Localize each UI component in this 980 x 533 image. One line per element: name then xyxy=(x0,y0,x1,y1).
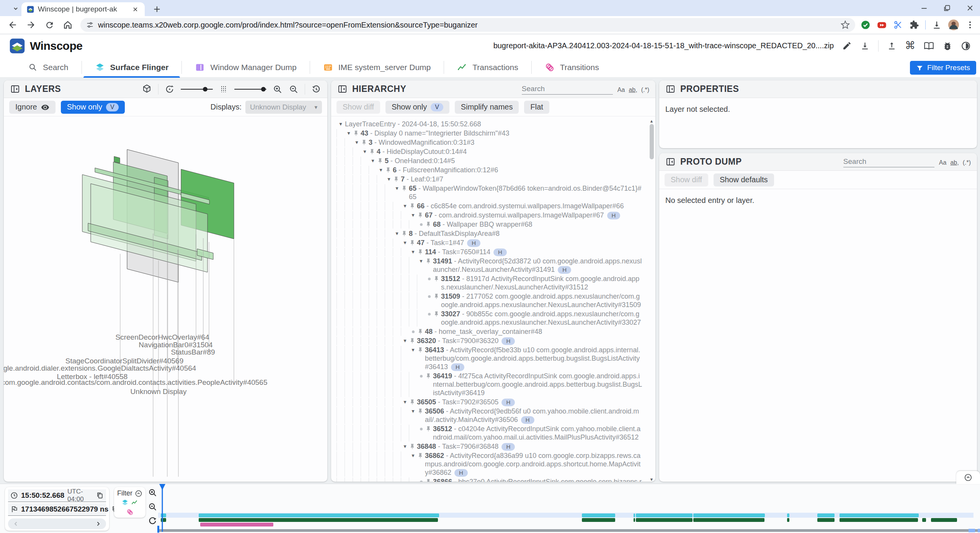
profile-avatar[interactable] xyxy=(948,19,959,31)
filter-presets-button[interactable]: Filter Presets xyxy=(910,61,976,75)
hierarchy-node[interactable]: ▼LayerTraceEntry - 2024-04-18, 15:50:52.… xyxy=(336,119,642,129)
transactions-track-segment[interactable] xyxy=(922,518,926,522)
surface-flinger-track-segment[interactable] xyxy=(787,513,789,517)
hierarchy-node[interactable]: ▼5 - OneHanded:0:14#5 xyxy=(336,156,642,165)
hierarchy-node[interactable]: 36419 - 4f275ca ActivityRecordInputSink … xyxy=(336,371,642,397)
expand-arrow-icon[interactable]: ▼ xyxy=(409,211,417,219)
hierarchy-node[interactable]: ▼66 - c6c854e com.android.systemui.wallp… xyxy=(336,201,642,211)
show-diff-button[interactable]: Show diff xyxy=(665,173,708,186)
transactions-track-segment[interactable] xyxy=(634,518,635,522)
hierarchy-search-input[interactable] xyxy=(522,83,613,95)
collapse-panel-icon[interactable] xyxy=(10,84,20,94)
surface-flinger-track-segment[interactable] xyxy=(636,513,693,517)
pin-icon[interactable] xyxy=(417,327,425,335)
hierarchy-node[interactable]: ▼3 - WindowedMagnification:0:31#3 xyxy=(336,138,642,147)
pin-icon[interactable] xyxy=(417,407,425,414)
pin-icon[interactable] xyxy=(417,451,425,459)
pin-icon[interactable] xyxy=(433,275,441,282)
layer-label[interactable]: ScreenDecorHwcOverlay#64 xyxy=(116,333,209,341)
timeline-scrollbar-track[interactable] xyxy=(158,529,980,532)
scroll-down-icon[interactable]: ▼ xyxy=(649,477,654,482)
pin-icon[interactable] xyxy=(417,248,425,255)
show-only-visible-button[interactable]: Show only V xyxy=(61,101,125,114)
pin-icon[interactable] xyxy=(393,175,401,182)
transactions-track-segment[interactable] xyxy=(931,518,957,522)
slider-knob[interactable] xyxy=(261,87,266,92)
tab-transactions[interactable]: Transactions xyxy=(444,57,531,78)
pin-icon[interactable] xyxy=(425,220,433,227)
pin-icon[interactable] xyxy=(433,310,441,317)
hierarchy-node[interactable]: ▼36505 - Task=7902#36505H xyxy=(336,397,642,407)
proto-search-input[interactable] xyxy=(843,156,934,167)
transactions-track-segment[interactable] xyxy=(787,518,789,522)
hierarchy-node[interactable]: 36512 - c04204e ActivityRecordInputSink … xyxy=(336,424,642,442)
expand-arrow-icon[interactable]: ▼ xyxy=(409,346,417,354)
timeline-zoom-out-icon[interactable] xyxy=(148,502,157,512)
pin-icon[interactable] xyxy=(425,425,433,432)
human-time-field[interactable]: 15:50:52.668 UTC-04:00 xyxy=(8,489,106,502)
match-case-icon[interactable]: Aa xyxy=(939,159,947,166)
surface-flinger-track-segment[interactable] xyxy=(582,513,615,517)
tab-close-icon[interactable] xyxy=(130,4,140,14)
hierarchy-node[interactable]: ▼65 - WallpaperWindowToken{87b6d66 token… xyxy=(336,184,642,201)
site-settings-icon[interactable] xyxy=(86,21,94,29)
layers-3d-canvas[interactable]: ScreenDecorHwcOverlay#64NavigationBar0#3… xyxy=(4,116,327,482)
match-case-icon[interactable]: Aa xyxy=(617,87,625,93)
new-tab-button[interactable] xyxy=(151,3,163,15)
extension-check-icon[interactable] xyxy=(861,20,871,30)
zoom-out-icon[interactable] xyxy=(289,84,299,94)
shortcuts-icon[interactable]: ⌘ xyxy=(905,41,915,51)
timeline-scrollbar-thumb[interactable] xyxy=(969,529,975,532)
timeline-zoom-in-icon[interactable] xyxy=(148,488,157,497)
upload-trace-icon[interactable] xyxy=(887,41,897,51)
dark-mode-icon[interactable] xyxy=(961,41,971,51)
timeline-canvas[interactable] xyxy=(0,484,980,533)
download-trace-icon[interactable] xyxy=(860,41,870,51)
hierarchy-scrollbar[interactable]: ▲ ▼ xyxy=(649,119,654,482)
hierarchy-node[interactable]: ▼36506 - ActivityRecord{9edb56f u0 com.y… xyxy=(336,407,642,424)
zoom-in-icon[interactable] xyxy=(273,84,283,94)
pin-icon[interactable] xyxy=(409,442,417,450)
hierarchy-node[interactable]: ▼67 - com.android.systemui.wallpapers.Im… xyxy=(336,211,642,220)
minimize-icon[interactable] xyxy=(920,4,928,12)
layer-label[interactable]: Unknown Display xyxy=(131,387,187,396)
transactions-trace-icon[interactable] xyxy=(131,499,138,506)
close-window-icon[interactable] xyxy=(966,4,974,12)
transitions-track-segment[interactable] xyxy=(200,523,273,526)
expand-arrow-icon[interactable]: ▼ xyxy=(385,175,393,183)
surface-flinger-track-segment[interactable] xyxy=(161,513,166,517)
expand-arrow-icon[interactable]: ▼ xyxy=(401,398,409,406)
rotate-view-icon[interactable] xyxy=(165,84,175,94)
pin-icon[interactable] xyxy=(417,211,425,218)
copy-icon[interactable] xyxy=(96,492,104,499)
timeline-cursor[interactable] xyxy=(162,484,163,532)
prev-entry-icon[interactable] xyxy=(13,520,20,527)
extension-scissors-icon[interactable] xyxy=(893,20,903,30)
report-bug-icon[interactable] xyxy=(942,41,952,51)
url-bar[interactable] xyxy=(80,18,855,32)
pin-icon[interactable] xyxy=(369,147,377,155)
transactions-track-segment[interactable] xyxy=(636,518,693,522)
hierarchy-node[interactable]: ▼6 - FullscreenMagnification:0:12#6 xyxy=(336,165,642,175)
collapse-filter-icon[interactable] xyxy=(135,490,142,497)
match-word-icon[interactable]: ab, xyxy=(950,159,959,166)
collapse-panel-icon[interactable] xyxy=(665,84,676,94)
hierarchy-node[interactable]: ▼36413 - ActivityRecord{f5be33b u10 com.… xyxy=(336,345,642,371)
scrollbar-thumb[interactable] xyxy=(650,124,654,159)
pin-icon[interactable] xyxy=(401,184,409,191)
pin-icon[interactable] xyxy=(409,398,417,405)
expand-arrow-icon[interactable]: ▼ xyxy=(409,407,417,415)
pin-icon[interactable] xyxy=(425,372,433,379)
expand-arrow-icon[interactable]: ▼ xyxy=(353,138,361,147)
pin-icon[interactable] xyxy=(401,229,409,237)
expand-arrow-icon[interactable]: ▼ xyxy=(401,239,409,247)
regex-icon[interactable]: (.*) xyxy=(641,87,649,93)
hierarchy-node[interactable]: ▼7 - Leaf:0:1#7 xyxy=(336,175,642,184)
show-only-visible-button[interactable]: Show only V xyxy=(385,101,449,114)
pin-icon[interactable] xyxy=(377,157,385,164)
expand-arrow-icon[interactable]: ▼ xyxy=(409,248,417,256)
hierarchy-node[interactable]: ▼36320 - Task=7900#36320H xyxy=(336,336,642,345)
hierarchy-node[interactable]: 36866 - bbc27e0 ActivityRecordInputSink … xyxy=(336,477,642,482)
3d-view-cube-icon[interactable] xyxy=(142,84,152,94)
hierarchy-node[interactable]: 31509 - 2177052 com.google.android.apps.… xyxy=(336,292,642,309)
